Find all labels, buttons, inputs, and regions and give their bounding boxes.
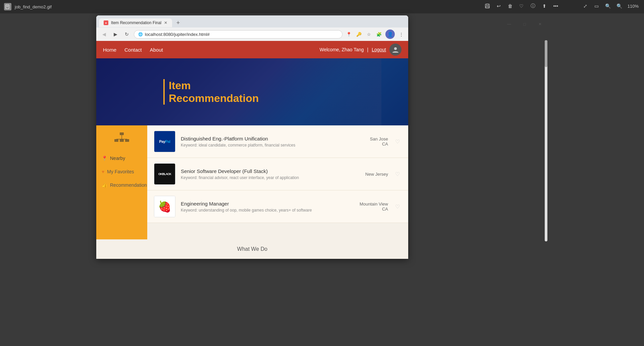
info-icon[interactable]: ⓘ bbox=[530, 3, 536, 9]
tab-title: Item Recommendation Final bbox=[111, 20, 161, 25]
job-location-1: San Jose CA bbox=[361, 136, 388, 147]
user-avatar[interactable] bbox=[389, 44, 401, 56]
hero-title: Item Recommendation bbox=[163, 79, 259, 105]
job-keywords-3: Keyword: understanding of oop, mobile ga… bbox=[181, 208, 354, 213]
hero-title-line1: Item bbox=[169, 79, 191, 92]
okblack-logo-img: OKBLACK bbox=[154, 164, 175, 184]
nav-right: Welcome, Zhao Tang | Logout bbox=[320, 44, 401, 56]
os-taskbar: job_find_demo2.gif ↩ 🗑 ♡ ⓘ ⬆ ••• ⤢ ▭ 🔍 🔍… bbox=[0, 0, 644, 13]
maximize-button[interactable]: □ bbox=[517, 19, 532, 29]
nav-separator: | bbox=[367, 47, 369, 52]
sidebar-item-recommendation[interactable]: 👍 Recommendation bbox=[96, 178, 147, 192]
right-background-panel bbox=[408, 0, 644, 346]
zoom-level: 110% bbox=[628, 4, 639, 9]
table-row[interactable]: 🍓 Engineering Manager Keyword: understan… bbox=[147, 190, 408, 223]
window-controls: — □ ✕ bbox=[501, 19, 548, 29]
job-list: PayPal Distinguished Eng.-Platform Unifi… bbox=[147, 125, 408, 239]
job-state-1: CA bbox=[361, 141, 388, 147]
more-icon[interactable]: ••• bbox=[552, 3, 559, 9]
thumbs-up-icon: 👍 bbox=[102, 182, 107, 188]
zoom-out-icon[interactable]: 🔍 bbox=[616, 3, 623, 9]
browser-window: ● Item Recommendation Final ✕ + ◀ ▶ ↻ 🌐 … bbox=[96, 15, 408, 259]
job-location-2: New Jersey bbox=[361, 172, 388, 177]
forward-button[interactable]: ▶ bbox=[111, 30, 120, 39]
heart-icon[interactable]: ♡ bbox=[518, 3, 525, 9]
url-text: localhost:8080/jupiter/index.html# bbox=[145, 32, 210, 37]
job-info-3: Engineering Manager Keyword: understandi… bbox=[181, 201, 354, 213]
svg-rect-8 bbox=[114, 139, 118, 142]
browser-chrome: ● Item Recommendation Final ✕ + ◀ ▶ ↻ 🌐 … bbox=[96, 15, 408, 41]
nav-links: Home Contact About bbox=[103, 46, 163, 54]
sidebar-item-favorites[interactable]: ♥ My Favorites bbox=[96, 165, 147, 178]
delete-icon[interactable]: 🗑 bbox=[507, 3, 514, 9]
favorite-button-1[interactable]: ♡ bbox=[393, 137, 401, 146]
table-row[interactable]: OKBLACK Senior Software Developer (Full … bbox=[147, 158, 408, 190]
location-icon[interactable]: 📍 bbox=[345, 31, 353, 38]
url-bar[interactable]: 🌐 localhost:8080/jupiter/index.html# bbox=[134, 30, 342, 39]
close-button[interactable]: ✕ bbox=[532, 19, 548, 29]
strawberry-logo-img: 🍓 bbox=[154, 196, 175, 217]
table-row[interactable]: PayPal Distinguished Eng.-Platform Unifi… bbox=[147, 125, 408, 158]
lock-icon: 🌐 bbox=[138, 32, 143, 37]
screen-icon[interactable]: ▭ bbox=[593, 3, 600, 9]
job-title-2: Senior Software Developer (Full Stack) bbox=[181, 168, 356, 174]
hero-banner: Item Recommendation bbox=[96, 58, 408, 125]
svg-rect-7 bbox=[120, 132, 124, 135]
sidebar-item-nearby[interactable]: 📍 Nearby bbox=[96, 152, 147, 165]
job-city-2: New Jersey bbox=[361, 172, 388, 177]
nav-contact[interactable]: Contact bbox=[124, 46, 142, 54]
star-icon[interactable]: ☆ bbox=[365, 31, 373, 38]
svg-rect-3 bbox=[485, 4, 489, 8]
tab-bar: ● Item Recommendation Final ✕ + bbox=[96, 15, 408, 27]
job-info-1: Distinguished Eng.-Platform Unification … bbox=[181, 136, 356, 148]
undo-icon[interactable]: ↩ bbox=[495, 3, 502, 9]
file-icon bbox=[4, 3, 11, 10]
job-location-3: Mountain View CA bbox=[360, 201, 388, 212]
favorite-button-3[interactable]: ♡ bbox=[393, 203, 401, 211]
job-city-1: San Jose bbox=[361, 136, 388, 141]
profile-avatar[interactable]: 👤 bbox=[385, 30, 395, 39]
key-icon[interactable]: 🔑 bbox=[355, 31, 363, 38]
share-icon[interactable]: ⬆ bbox=[541, 3, 548, 9]
tab-close-button[interactable]: ✕ bbox=[164, 20, 167, 25]
svg-rect-5 bbox=[486, 6, 489, 8]
footer-what-we-do: What We Do bbox=[237, 246, 267, 252]
job-logo-paypal: PayPal bbox=[154, 131, 175, 152]
scrollbar[interactable] bbox=[545, 40, 547, 241]
expand-icon[interactable]: ⤢ bbox=[582, 3, 589, 9]
extension-icon[interactable]: 🧩 bbox=[375, 31, 383, 38]
back-button[interactable]: ◀ bbox=[100, 30, 108, 39]
tab-favicon: ● bbox=[104, 20, 108, 25]
zoom-icon[interactable]: 🔍 bbox=[605, 3, 611, 9]
recommendation-label: Recommendation bbox=[110, 182, 147, 188]
os-filename: job_find_demo2.gif bbox=[15, 4, 52, 9]
new-tab-button[interactable]: + bbox=[173, 18, 183, 27]
job-state-3: CA bbox=[360, 207, 388, 212]
job-title-3: Engineering Manager bbox=[181, 201, 354, 207]
sidebar: 📍 Nearby ♥ My Favorites 👍 Recommendation bbox=[96, 125, 147, 239]
job-city-3: Mountain View bbox=[360, 201, 388, 207]
menu-icon[interactable]: ⋮ bbox=[397, 31, 405, 38]
svg-rect-10 bbox=[125, 139, 129, 142]
left-background-panel bbox=[0, 0, 96, 346]
job-keywords-1: Keyword: ideal candidate, commerce platf… bbox=[181, 143, 356, 148]
nav-about[interactable]: About bbox=[150, 46, 163, 54]
os-top-right-controls: ↩ 🗑 ♡ ⓘ ⬆ ••• ⤢ ▭ 🔍 🔍 110% bbox=[484, 3, 639, 9]
nearby-label: Nearby bbox=[110, 156, 125, 161]
refresh-button[interactable]: ↻ bbox=[122, 30, 131, 39]
job-logo-okblack: OKBLACK bbox=[154, 163, 175, 185]
active-tab[interactable]: ● Item Recommendation Final ✕ bbox=[99, 18, 172, 27]
favorite-button-2[interactable]: ♡ bbox=[393, 170, 401, 178]
logout-link[interactable]: Logout bbox=[372, 47, 386, 52]
minimize-button[interactable]: — bbox=[501, 19, 517, 29]
nav-home[interactable]: Home bbox=[103, 46, 116, 54]
paypal-logo-img: PayPal bbox=[154, 131, 175, 152]
save-icon[interactable] bbox=[484, 3, 491, 9]
job-keywords-2: Keyword: financial advisor, react user i… bbox=[181, 175, 356, 180]
sidebar-bottom bbox=[96, 192, 147, 239]
favorites-label: My Favorites bbox=[107, 169, 134, 174]
scroll-thumb[interactable] bbox=[545, 40, 547, 67]
job-title-1: Distinguished Eng.-Platform Unification bbox=[181, 136, 356, 141]
svg-rect-4 bbox=[486, 4, 488, 6]
address-right-icons: 📍 🔑 ☆ 🧩 👤 ⋮ bbox=[345, 30, 405, 39]
